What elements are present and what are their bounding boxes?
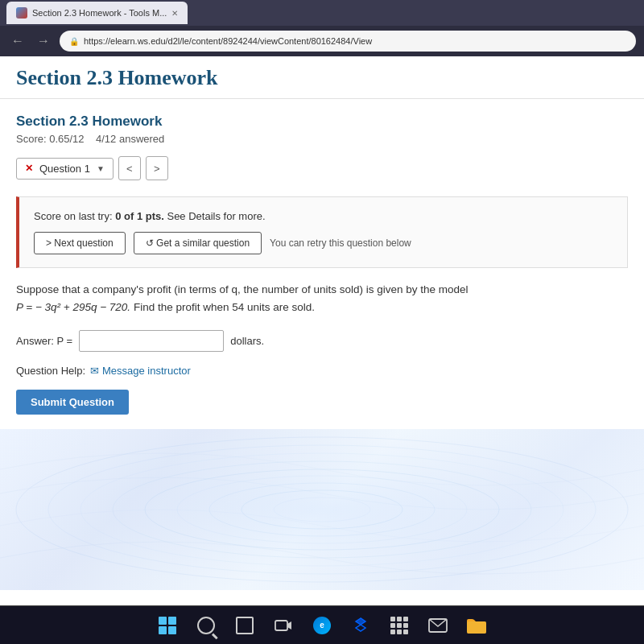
wave-decoration xyxy=(0,429,644,590)
taskbar: e xyxy=(0,605,644,644)
tab-close-button[interactable]: ✕ xyxy=(171,9,178,18)
page-title: Section 2.3 Homework xyxy=(16,66,628,90)
next-question-button[interactable]: > Next question xyxy=(34,232,126,254)
answer-label: Answer: P = xyxy=(16,335,72,347)
question-nav: ✕ Question 1 ▼ < > xyxy=(16,156,628,180)
similar-question-button[interactable]: ↺ Get a similar question xyxy=(134,232,262,254)
taskbar-mail-icon[interactable] xyxy=(427,614,449,637)
help-label: Question Help: xyxy=(16,365,85,377)
page-content: Section 2.3 Homework Section 2.3 Homewor… xyxy=(0,56,644,605)
score-value: Score: 0.65/12 xyxy=(16,133,85,145)
url-text: https://elearn.ws.edu/d2l/le/content/892… xyxy=(84,36,372,46)
browser-chrome: Section 2.3 Homework - Tools M... ✕ ← → … xyxy=(0,0,644,56)
taskbar-folder-icon[interactable] xyxy=(465,614,488,637)
forward-button[interactable]: → xyxy=(34,32,53,50)
tab-title: Section 2.3 Homework - Tools M... xyxy=(32,8,167,18)
section-content: Section 2.3 Homework Score: 0.65/12 4/12… xyxy=(0,99,644,429)
browser-tab[interactable]: Section 2.3 Homework - Tools M... ✕ xyxy=(6,2,188,24)
question-text-1: Suppose that a company's profit (in term… xyxy=(16,283,469,295)
question-help: Question Help: ✉ Message instructor xyxy=(16,365,628,377)
last-try-score: Score on last try: 0 of 1 pts. See Detai… xyxy=(34,210,613,222)
question-text: Suppose that a company's profit (in term… xyxy=(16,281,628,316)
question-label: Question 1 xyxy=(39,163,90,175)
question-box: Score on last try: 0 of 1 pts. See Detai… xyxy=(16,196,628,268)
message-instructor-link[interactable]: ✉ Message instructor xyxy=(90,365,191,377)
score-prefix: Score on last try: xyxy=(34,210,115,222)
tab-favicon xyxy=(16,7,27,19)
address-bar[interactable]: 🔒 https://elearn.ws.edu/d2l/le/content/8… xyxy=(60,31,636,52)
action-buttons: > Next question ↺ Get a similar question… xyxy=(34,232,613,254)
lock-icon: 🔒 xyxy=(69,37,79,46)
question-dropdown[interactable]: ✕ Question 1 ▼ xyxy=(16,158,114,180)
retry-text: You can retry this question below xyxy=(270,237,411,249)
next-question-button[interactable]: > xyxy=(146,156,168,180)
answer-input[interactable] xyxy=(79,330,224,352)
taskbar-taskview-icon[interactable] xyxy=(233,614,256,637)
submit-question-button[interactable]: Submit Question xyxy=(16,390,129,415)
tab-bar: Section 2.3 Homework - Tools M... ✕ xyxy=(0,0,644,26)
envelope-icon: ✉ xyxy=(90,365,99,377)
prev-question-button[interactable]: < xyxy=(118,156,141,180)
dollars-label: dollars. xyxy=(230,335,264,347)
score-suffix: See Details for more. xyxy=(167,210,265,222)
svg-marker-13 xyxy=(356,618,365,625)
score-pts: 0 of 1 pts. xyxy=(115,210,164,222)
answer-row: Answer: P = dollars. xyxy=(16,330,628,352)
taskbar-dropbox-icon[interactable] xyxy=(349,614,372,637)
taskbar-edge-icon[interactable]: e xyxy=(311,614,333,637)
address-bar-row: ← → 🔒 https://elearn.ws.edu/d2l/le/conte… xyxy=(0,26,644,56)
question-formula: P = − 3q² + 295q − 720. xyxy=(16,301,130,313)
svg-rect-9 xyxy=(0,429,644,590)
svg-rect-10 xyxy=(275,621,287,630)
back-button[interactable]: ← xyxy=(8,32,27,50)
taskbar-camera-icon[interactable] xyxy=(272,614,295,637)
homework-subtitle: Section 2.3 Homework xyxy=(16,114,628,130)
taskbar-windows-icon[interactable] xyxy=(156,614,179,637)
x-mark-icon: ✕ xyxy=(25,163,33,174)
taskbar-grid-icon[interactable] xyxy=(388,614,411,637)
page-header: Section 2.3 Homework xyxy=(0,56,644,99)
dropdown-chevron-icon: ▼ xyxy=(97,164,105,173)
taskbar-search-icon[interactable] xyxy=(195,614,217,637)
answered-count: 4/12 answered xyxy=(96,133,164,145)
message-instructor-text: Message instructor xyxy=(102,365,191,377)
question-text-2: Find the profit when 54 units are sold. xyxy=(134,301,315,313)
score-line: Score: 0.65/12 4/12 answered xyxy=(16,133,628,145)
